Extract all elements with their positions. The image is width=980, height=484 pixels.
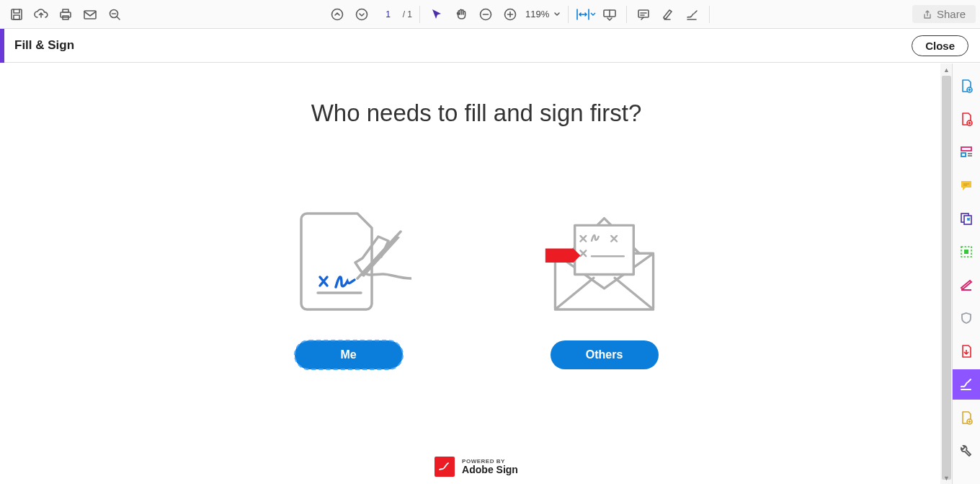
read-mode-button[interactable]: [597, 2, 622, 27]
vertical-scrollbar[interactable]: ▲ ▼: [940, 63, 953, 484]
zoom-out-button[interactable]: [473, 2, 498, 27]
chevron-down-icon: [590, 12, 596, 17]
adobe-sign-logo: [435, 457, 455, 477]
footer-big-text: Adobe Sign: [462, 465, 518, 475]
rail-send-for-comments[interactable]: [953, 402, 980, 433]
me-illustration: [285, 206, 411, 314]
toolbar-separator: [709, 6, 710, 23]
svg-point-7: [331, 9, 342, 19]
accent-strip: [0, 29, 4, 63]
fit-width-button[interactable]: [573, 2, 597, 27]
cloud-upload-button[interactable]: [29, 2, 53, 27]
toolbar-separator: [419, 6, 420, 23]
rail-edit-pdf[interactable]: [953, 137, 980, 167]
page-up-button[interactable]: [325, 2, 349, 27]
scroll-thumb[interactable]: [942, 76, 951, 480]
svg-rect-0: [12, 9, 22, 19]
rail-export-pdf[interactable]: [953, 104, 980, 134]
svg-rect-2: [61, 12, 71, 17]
svg-point-8: [356, 9, 367, 19]
choice-others: Others: [541, 206, 667, 369]
secondary-toolbar: Fill & Sign Close: [0, 29, 980, 63]
page-total-label: / 1: [403, 9, 412, 19]
headline: Who needs to fill and sign first?: [311, 100, 642, 127]
find-button[interactable]: [102, 2, 127, 27]
rail-protect[interactable]: [953, 303, 980, 333]
toolbar-separator: [568, 6, 569, 23]
others-illustration: [541, 206, 667, 314]
selection-tool-button[interactable]: [424, 2, 449, 27]
chevron-down-icon: [553, 11, 561, 18]
me-button[interactable]: Me: [295, 340, 403, 369]
share-icon: [922, 9, 932, 19]
top-toolbar: / 1 119% Share: [0, 0, 980, 29]
secondary-title: Fill & Sign: [14, 38, 74, 53]
rail-comment[interactable]: [953, 170, 980, 201]
close-button[interactable]: Close: [912, 35, 968, 56]
svg-rect-3: [63, 9, 68, 12]
rail-organize[interactable]: [953, 237, 980, 267]
powered-by-footer: POWERED BY Adobe Sign: [0, 457, 953, 477]
zoom-value-label: 119%: [525, 9, 549, 19]
highlight-button[interactable]: [656, 2, 680, 27]
rail-compress[interactable]: [953, 336, 980, 366]
tools-rail: [952, 63, 980, 484]
email-button[interactable]: [78, 2, 102, 27]
rail-create-pdf[interactable]: [953, 71, 980, 101]
comment-button[interactable]: [631, 2, 656, 27]
rail-redact[interactable]: [953, 270, 980, 300]
page-number-input[interactable]: [377, 6, 400, 23]
rail-combine[interactable]: [953, 203, 980, 234]
zoom-in-button[interactable]: [498, 2, 522, 27]
rail-more-tools[interactable]: [953, 436, 980, 466]
svg-rect-12: [638, 10, 649, 17]
others-button[interactable]: Others: [551, 340, 659, 369]
sign-button[interactable]: [680, 2, 705, 27]
svg-rect-5: [84, 11, 96, 19]
svg-rect-24: [964, 250, 968, 254]
save-button[interactable]: [4, 2, 29, 27]
toolbar-separator: [626, 6, 627, 23]
print-button[interactable]: [53, 2, 78, 27]
zoom-dropdown[interactable]: 119%: [522, 9, 564, 19]
svg-rect-20: [961, 153, 966, 157]
choice-me: Me: [285, 206, 411, 369]
hand-tool-button[interactable]: [449, 2, 473, 27]
svg-rect-15: [575, 225, 634, 274]
svg-rect-1: [14, 15, 19, 19]
share-button[interactable]: Share: [912, 5, 976, 23]
scroll-up-icon[interactable]: ▲: [940, 63, 953, 76]
main-stage: Who needs to fill and sign first?: [0, 63, 953, 484]
rail-fill-sign[interactable]: [953, 369, 980, 400]
page-down-button[interactable]: [349, 2, 374, 27]
share-label: Share: [937, 8, 966, 20]
svg-rect-19: [961, 147, 971, 151]
page-indicator: / 1: [377, 6, 412, 23]
